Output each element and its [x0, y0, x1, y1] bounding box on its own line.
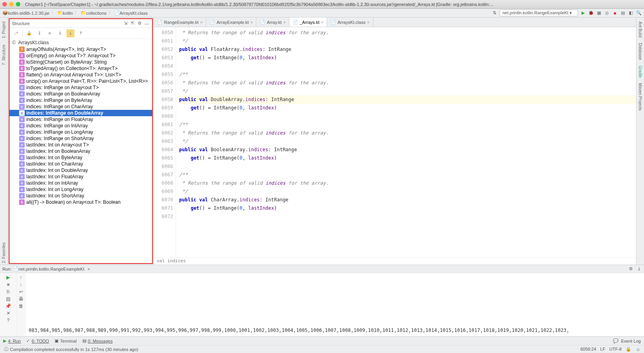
crumb-0[interactable]: kotlin-stdlib-1.2.30.jar [8, 11, 50, 16]
run-config-name[interactable]: net.println.kotlin.RangeExampleKt [18, 267, 84, 271]
structure-item[interactable]: λflatten() on Array<out Array<out T>>: L… [10, 72, 152, 78]
bt-eventlog[interactable]: Event Log [621, 339, 641, 343]
wrap-icon[interactable]: ↩ [18, 289, 24, 294]
info-icon[interactable]: ⓘ [3, 347, 9, 352]
crumb-1[interactable]: kotlin [63, 11, 73, 16]
structure-item[interactable]: vindices: IntRange on IntArray [10, 123, 152, 129]
stop-icon[interactable]: ■ [612, 10, 618, 16]
clear-icon[interactable]: 🗑 [18, 303, 24, 309]
structure-item[interactable]: vindices: IntRange on CharArray [10, 103, 152, 110]
gear-icon[interactable]: ⚙ [137, 21, 142, 26]
rerun-icon[interactable]: ▶ [6, 275, 11, 280]
layout-icon[interactable]: ▤ [6, 296, 11, 302]
bt-terminal[interactable]: ▣ Terminal [55, 338, 77, 343]
tab-maven[interactable]: Maven Projects [638, 82, 642, 112]
traffic-min-icon[interactable] [9, 2, 14, 6]
editor-tab[interactable]: 📄ArrayExample.kt× [206, 18, 256, 27]
autoscroll-to-icon[interactable]: ⤓ [66, 29, 74, 37]
eventlog-icon[interactable]: 💬 [613, 338, 619, 344]
structure-item[interactable]: vindices: IntRange on FloatArray [10, 116, 152, 123]
close-icon[interactable]: × [200, 20, 203, 25]
close-icon[interactable]: × [250, 20, 253, 25]
pin-icon[interactable]: 📌 [6, 303, 11, 309]
hector-icon[interactable]: ☺ [635, 347, 641, 352]
structure-item[interactable]: vlastIndex: Int on FloatArray [10, 174, 152, 180]
close-icon[interactable]: × [367, 20, 369, 25]
project-structure-icon[interactable]: ◧ [628, 10, 634, 16]
structure-tree[interactable]: © ArraysKt.class farrayOfNulls(Array<T>,… [10, 39, 152, 263]
show-lambdas-icon[interactable]: λ [56, 29, 64, 37]
structure-item[interactable]: vindices: IntRange on DoubleArray [10, 110, 152, 116]
structure-item[interactable]: vlastIndex: Int on IntArray [10, 180, 152, 186]
autoscroll-from-icon[interactable]: ⤒ [77, 29, 85, 37]
caret-pos[interactable]: 6058:24 [580, 347, 596, 352]
structure-item[interactable]: λall((T) -> Boolean) on Array<out T>: Bo… [10, 199, 152, 205]
structure-item[interactable]: vlastIndex: Int on LongArray [10, 186, 152, 193]
crumb-2[interactable]: collections [86, 11, 106, 16]
editor-tab[interactable]: 📄Array.kt× [256, 18, 289, 27]
traffic-close-icon[interactable] [2, 2, 7, 6]
close-icon[interactable]: × [283, 20, 285, 25]
search-icon[interactable]: 🔍 [636, 10, 642, 16]
structure-item[interactable]: farrayOfNulls(Array<T>, Int): Array<T> [10, 46, 152, 53]
down-icon[interactable]: ↓ [18, 282, 24, 287]
show-fields-icon[interactable]: 🔒 [25, 29, 33, 37]
stop-icon[interactable]: ■ [6, 282, 11, 287]
tab-project[interactable]: 1: Project [2, 20, 6, 40]
structure-item[interactable]: λorEmpty() on Array<out T>?: Array<out T… [10, 53, 152, 59]
structure-item[interactable]: λunzip() on Array<out Pair<T, R>>: Pair<… [10, 78, 152, 84]
help-icon[interactable]: ? [6, 318, 11, 323]
gear-icon[interactable]: ⚙ [628, 266, 634, 272]
debug-icon[interactable]: 🐞 [588, 10, 594, 16]
structure-item[interactable]: vlastIndex: Int on BooleanArray [10, 148, 152, 154]
expand-all-icon[interactable]: ⇱ [130, 21, 135, 26]
bt-todo[interactable]: ✓ 6: TODO [26, 338, 49, 343]
close-icon[interactable]: × [321, 20, 323, 25]
line-sep[interactable]: LF [600, 347, 605, 352]
bt-messages[interactable]: ▤ 0: Messages [82, 338, 113, 343]
editor-code[interactable]: * Returns the range of valid indices for… [176, 27, 636, 257]
sync-icon[interactable]: ⇅ [492, 10, 497, 16]
structure-item[interactable]: vindices: IntRange on Array<out T> [10, 84, 152, 91]
structure-item[interactable]: vlastIndex: Int on DoubleArray [10, 167, 152, 174]
run-config-select[interactable]: net.println.kotlin.RangeExampleKt ▾ [500, 10, 578, 16]
tab-gradle[interactable]: Gradle [638, 64, 642, 79]
bt-run[interactable]: ▶4: Run [3, 338, 21, 343]
close-icon[interactable]: ✕ [6, 310, 11, 316]
structure-item[interactable]: λtoTypedArray() on Collection<T>: Array<… [10, 65, 152, 72]
structure-item[interactable]: vlastIndex: Int on ShortArray [10, 193, 152, 199]
editor-tab[interactable]: 📄ArraysKt.class× [327, 18, 373, 27]
sort-alpha-icon[interactable]: ↓ᴬ [12, 29, 20, 37]
run-icon[interactable]: ▶ [580, 10, 586, 16]
tab-database[interactable]: Database [638, 41, 642, 62]
collapse-icon[interactable]: ⤓ [636, 266, 642, 272]
structure-item[interactable]: vindices: IntRange on ShortArray [10, 135, 152, 142]
profile-icon[interactable]: ◎ [604, 10, 610, 16]
layout-icon[interactable]: ▤ [620, 10, 626, 16]
dump-icon[interactable]: ⎘ [6, 289, 11, 294]
structure-root[interactable]: ArraysKt.class [18, 40, 49, 45]
structure-item[interactable]: vindices: IntRange on BooleanArray [10, 91, 152, 97]
show-inherited-icon[interactable]: ↧ [35, 29, 43, 37]
traffic-zoom-icon[interactable] [16, 2, 20, 6]
up-icon[interactable]: ↑ [18, 275, 24, 280]
run-output[interactable]: 083,984,985,986,987,988,989,990,991,992,… [25, 273, 644, 336]
tab-favorites[interactable]: 2: Favorites [2, 241, 6, 265]
tab-structure[interactable]: 7: Structure [2, 43, 6, 67]
close-icon[interactable]: × [86, 266, 92, 272]
structure-item[interactable]: vlastIndex: Int on Array<out T> [10, 142, 152, 148]
show-anon-icon[interactable]: ≡ [46, 29, 54, 37]
structure-item[interactable]: vlastIndex: Int on CharArray [10, 161, 152, 167]
encoding[interactable]: UTF-8 [609, 347, 622, 352]
structure-item[interactable]: λtoString(Charset) on ByteArray: String [10, 59, 152, 65]
structure-item[interactable]: vindices: IntRange on ByteArray [10, 97, 152, 103]
tab-ant[interactable]: Ant Build [638, 20, 642, 39]
readonly-icon[interactable]: 🔒 [626, 347, 631, 352]
structure-item[interactable]: vlastIndex: Int on ByteArray [10, 154, 152, 161]
coverage-icon[interactable]: ▦ [596, 10, 602, 16]
print-icon[interactable]: 🖶 [18, 296, 24, 302]
structure-item[interactable]: vindices: IntRange on LongArray [10, 129, 152, 135]
editor-tab[interactable]: 📄_Arrays.kt× [289, 18, 327, 27]
editor-tab[interactable]: 📄RangeExample.kt× [154, 18, 206, 27]
collapse-all-icon[interactable]: ⇲ [123, 21, 128, 26]
